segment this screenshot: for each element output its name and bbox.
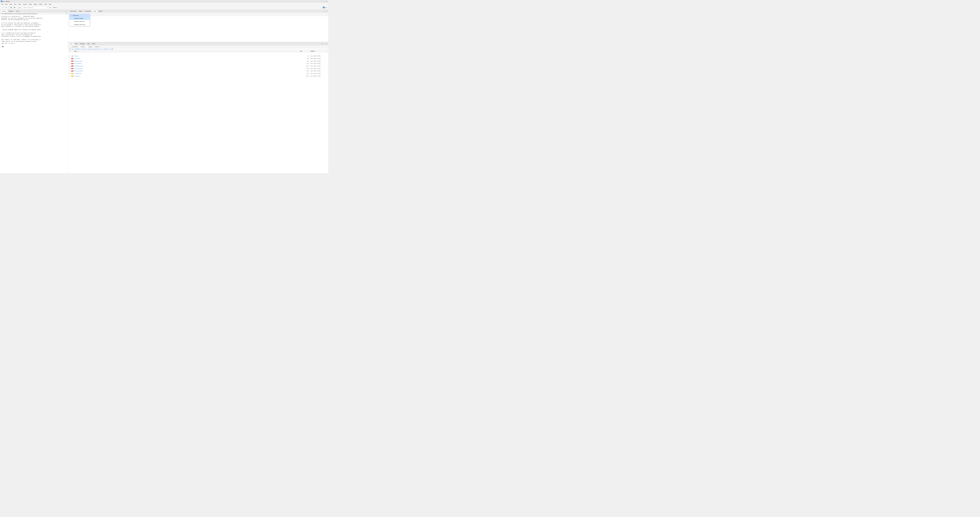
expand-right-top-button[interactable]: □ — [326, 10, 328, 12]
expand-left-button[interactable]: □ — [65, 10, 67, 12]
tab-viewer[interactable]: Viewer — [91, 43, 97, 45]
new-file-button[interactable]: 📄▾ — [1, 6, 4, 9]
menu-view[interactable]: View — [13, 3, 18, 5]
tab-packages[interactable]: Packages — [79, 43, 86, 45]
menu-edit[interactable]: Edit — [5, 3, 8, 5]
tab-history[interactable]: History — [78, 10, 84, 12]
menu-debug[interactable]: Debug — [33, 3, 38, 5]
method-link[interactable]: 03-method.Rmd — [74, 63, 300, 64]
collapse-left-button[interactable]: — — [63, 10, 65, 12]
new-file-dropdown[interactable]: ▾ — [3, 7, 3, 8]
minimize-button[interactable]: − — [319, 0, 322, 2]
new-file-icon: 📄 — [2, 7, 3, 8]
print-button[interactable]: 🖨 — [19, 6, 21, 9]
lit-link[interactable]: 02-literature.Rmd — [74, 60, 300, 62]
output-yml-link[interactable]: _output.yml — [74, 75, 300, 76]
dropdown-all-formats[interactable]: ✓ All Formats — [70, 14, 90, 17]
collapse-bottom-button[interactable]: — — [323, 43, 325, 45]
tab-environment[interactable]: Environment — [69, 10, 78, 12]
left-panel-controls: — □ — [63, 10, 67, 12]
tab-build[interactable]: Build — [92, 10, 97, 12]
menu-tools[interactable]: Tools — [43, 3, 48, 5]
menu-build[interactable]: Build — [28, 3, 32, 5]
refresh-button[interactable]: ↻ — [321, 43, 323, 45]
save-all-button[interactable]: 💾+ — [13, 6, 17, 9]
jobs-close-icon[interactable]: ✕ — [19, 11, 20, 11]
files-more-arrow: ▾ — [99, 46, 100, 48]
summary-file-icon: Rmd — [72, 68, 73, 69]
files-more-button[interactable]: ⚙ More ▾ — [94, 46, 101, 48]
up-link[interactable]: .. — [74, 53, 300, 54]
breadcrumb-teaching[interactable]: Teaching — [87, 48, 91, 50]
menu-file[interactable]: File — [1, 3, 4, 5]
rhistory-link[interactable]: .Rhistory — [74, 56, 300, 57]
tab-help[interactable]: Help — [86, 43, 91, 45]
tab-console[interactable]: Console — [1, 10, 8, 12]
header-modified-col[interactable]: Modified — [310, 51, 328, 52]
menu-session[interactable]: Session — [22, 3, 28, 5]
addins-button[interactable]: Addins ▾ — [52, 6, 58, 9]
main-layout: Console Terminal ✕ Jobs ✕ — □ C:/Users/A… — [0, 10, 328, 173]
menu-help[interactable]: Help — [48, 3, 52, 5]
open-project-button[interactable]: R▾ — [5, 6, 8, 9]
goto-input[interactable] — [25, 7, 46, 8]
header-name-col[interactable]: Name ▲ — [74, 51, 300, 52]
console-content[interactable]: R version 4.0.2 (2020-06-22) -- "Taking … — [0, 14, 68, 173]
files-panel-tabs: Files Plots Packages Help Viewer ↻ — □ — [68, 42, 328, 45]
pdf-book-label: bookdown::pdf_book — [74, 21, 84, 22]
select-all-checkbox[interactable] — [69, 51, 70, 52]
menu-code[interactable]: Code — [8, 3, 13, 5]
breadcrumb-test[interactable]: test — [109, 48, 111, 50]
lit-file-icon: Rmd — [72, 60, 73, 62]
breadcrumb-reproducible[interactable]: Reproducible Science — [92, 48, 102, 50]
rhistory-checkbox-cell — [69, 56, 72, 57]
tab-plots[interactable]: Plots — [74, 43, 79, 45]
tab-files[interactable]: Files — [69, 43, 74, 45]
output-yml-checkbox[interactable] — [69, 75, 70, 76]
breadcrumb-ecoRep[interactable]: EcoRepSci — [103, 48, 108, 50]
intro-link[interactable]: 01-intro.Rmd — [74, 58, 300, 59]
app-checkbox[interactable] — [69, 65, 70, 67]
new-folder-button[interactable]: 📁+ New Folder — [69, 46, 79, 48]
rename-button[interactable]: → Rename — [86, 46, 93, 48]
method-file-icon: Rmd — [72, 63, 73, 64]
save-button[interactable]: 💾 — [10, 6, 13, 9]
close-button[interactable]: ✕ — [325, 0, 328, 2]
lit-checkbox[interactable] — [69, 60, 70, 62]
breadcrumb-userid[interactable]: A02343179 — [75, 48, 81, 50]
dropdown-pdf-book[interactable]: bookdown::pdf_book — [70, 20, 90, 23]
size-header-label: Size — [300, 51, 302, 52]
bookdown-yml-checkbox[interactable] — [69, 73, 70, 74]
collapse-right-top-button[interactable]: — — [323, 10, 325, 12]
menu-profile[interactable]: Profile — [38, 3, 43, 5]
grid-button[interactable]: ⊞▾ — [49, 6, 52, 9]
maximize-button[interactable]: □ — [322, 0, 325, 2]
menu-plots[interactable]: Plots — [18, 3, 22, 5]
breadcrumb-users[interactable]: Users — [72, 48, 74, 50]
breadcrumb-ellipsis[interactable]: ⋯ — [114, 48, 115, 50]
intro-checkbox[interactable] — [69, 58, 70, 59]
breadcrumb-boxsync[interactable]: Box Sync — [81, 48, 86, 50]
method-checkbox[interactable] — [69, 63, 70, 64]
header-size-col[interactable]: Size — [300, 51, 310, 52]
terminal-close-icon[interactable]: ✕ — [13, 11, 14, 11]
tab-connections[interactable]: Connections — [84, 10, 92, 12]
file-table: Name ▲ Size Modified ↑ .. — [68, 50, 328, 173]
goto-file-container[interactable]: 🔍 — [23, 6, 47, 9]
summary-link[interactable]: 05-summary.Rmd — [74, 68, 300, 69]
tab-tutorial[interactable]: Tutorial — [97, 10, 103, 12]
dropdown-epub-book[interactable]: bookdown::epub_book — [70, 23, 90, 26]
app-link[interactable]: 04-application.Rmd — [74, 65, 300, 67]
delete-button[interactable]: ✕ Delete — [79, 46, 85, 48]
ref-link[interactable]: 06-references.Rmd — [74, 70, 300, 72]
rhistory-checkbox[interactable] — [69, 56, 70, 57]
tab-terminal[interactable]: Terminal ✕ — [8, 10, 15, 12]
tab-jobs[interactable]: Jobs ✕ — [15, 10, 21, 12]
summary-checkbox[interactable] — [69, 68, 70, 69]
ref-checkbox[interactable] — [69, 70, 70, 72]
bookdown-yml-link[interactable]: _bookdown.yml — [74, 73, 300, 74]
expand-bottom-button[interactable]: □ — [326, 43, 328, 45]
dropdown-gitbook[interactable]: bookdown::gitbook — [70, 17, 90, 20]
breadcrumb-sep-6: › — [102, 48, 103, 50]
user-menu-button[interactable]: R test — [322, 6, 328, 9]
